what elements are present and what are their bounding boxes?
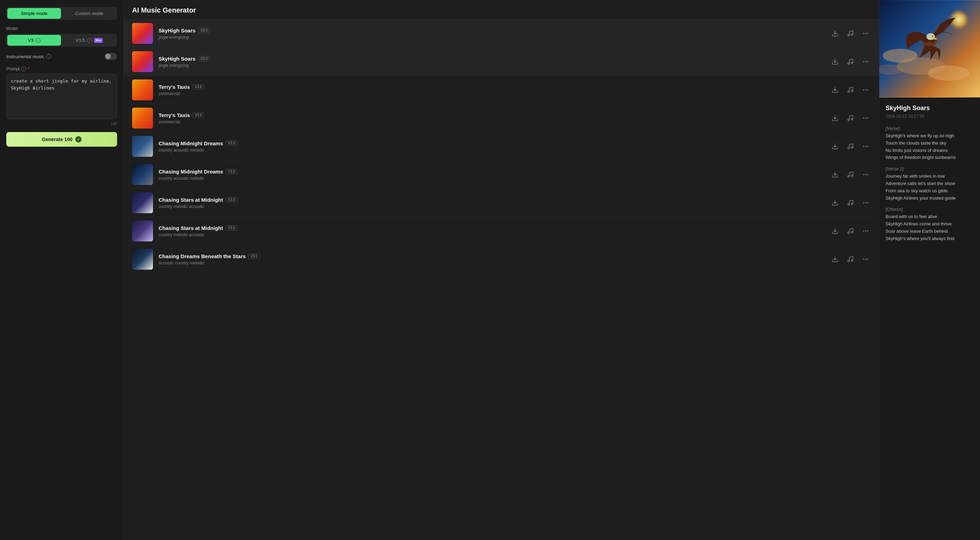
more-options-button[interactable] — [861, 141, 870, 151]
pro-badge: Pro — [94, 38, 103, 43]
svg-point-35 — [867, 174, 868, 175]
version-badge: V3.0 — [226, 141, 237, 146]
more-options-button[interactable] — [861, 254, 870, 264]
version-badge: V3.0 — [226, 197, 237, 202]
model-toggle-group: V3 i V3.5 i Pro — [6, 34, 117, 47]
instrumental-toggle[interactable] — [105, 53, 117, 60]
track-genre: acoustic country melodic — [159, 260, 824, 265]
track-name: Chasing Stars at Midnight — [159, 225, 223, 231]
svg-point-59 — [928, 65, 970, 81]
svg-point-39 — [863, 202, 864, 203]
download-button[interactable] — [830, 198, 840, 208]
version-badge: V3.0 — [226, 169, 237, 174]
track-thumbnail — [132, 192, 153, 213]
model-v3-button[interactable]: V3 i — [7, 35, 61, 46]
sidebar: Simple mode Custom mode Model V3 i V3.5 … — [0, 0, 124, 540]
add-to-playlist-button[interactable] — [845, 29, 855, 38]
track-name: Chasing Dreams Beneath the Stars — [159, 253, 246, 259]
download-icon — [832, 58, 838, 65]
v35-info-icon: i — [87, 38, 92, 43]
track-genre: country melodic acoustic — [159, 232, 824, 237]
v35-label: V3.5 — [76, 38, 85, 43]
track-item[interactable]: Chasing Stars at Midnight V3.0 country m… — [124, 217, 879, 245]
track-name: Terry's Taxis — [159, 112, 190, 118]
custom-mode-button[interactable]: Custom mode — [62, 8, 116, 19]
track-genre: jingle energizing — [159, 63, 824, 68]
add-to-playlist-button[interactable] — [845, 85, 855, 95]
track-name-row: SkyHigh Soars V3.0 — [159, 27, 824, 33]
download-icon — [832, 143, 838, 150]
track-name-row: Chasing Midnight Dreams V3.0 — [159, 140, 824, 146]
more-options-button[interactable] — [861, 170, 870, 179]
svg-point-16 — [865, 89, 866, 90]
more-options-button[interactable] — [861, 85, 870, 95]
svg-point-13 — [848, 91, 850, 93]
svg-point-7 — [848, 63, 850, 64]
lyrics-lines: Board with us to feel alive SkyHigh Airl… — [886, 213, 974, 242]
svg-point-34 — [865, 174, 866, 175]
track-actions — [830, 29, 870, 38]
download-button[interactable] — [830, 141, 840, 151]
track-item[interactable]: SkyHigh Soars V3.0 jingle energizing — [124, 19, 879, 48]
svg-point-52 — [865, 259, 866, 260]
more-options-button[interactable] — [861, 57, 870, 67]
lyrics-block: [Verse 2]Journey far with smiles in tow … — [886, 166, 974, 202]
track-item[interactable]: Chasing Stars at Midnight V3.0 country m… — [124, 189, 879, 217]
more-options-button[interactable] — [861, 113, 870, 123]
track-item[interactable]: Terry's Taxis V3.0 commercial — [124, 104, 879, 132]
track-thumbnail — [132, 221, 153, 241]
more-options-button[interactable] — [861, 226, 870, 236]
more-options-button[interactable] — [861, 198, 870, 208]
album-art-panel — [879, 0, 980, 98]
add-to-playlist-button[interactable] — [845, 226, 855, 236]
download-button[interactable] — [830, 113, 840, 123]
track-item[interactable]: Chasing Midnight Dreams V3.0 country aco… — [124, 160, 879, 189]
page-title: AI Music Generator — [132, 6, 870, 14]
track-thumbnail — [132, 136, 153, 157]
add-to-playlist-button[interactable] — [845, 170, 855, 179]
track-genre: country acoustic melodic — [159, 176, 824, 181]
svg-point-50 — [851, 260, 853, 261]
track-name: Terry's Taxis — [159, 84, 190, 90]
v3-info-icon: i — [35, 38, 40, 43]
svg-point-27 — [863, 146, 864, 147]
add-to-playlist-button[interactable] — [845, 57, 855, 67]
track-item[interactable]: SkyHigh Soars V3.0 jingle energizing — [124, 48, 879, 76]
more-options-button[interactable] — [861, 29, 870, 38]
svg-point-9 — [863, 61, 864, 62]
prompt-textarea[interactable] — [6, 74, 117, 119]
version-badge: V3.0 — [226, 226, 237, 230]
music-add-icon — [847, 58, 854, 65]
download-button[interactable] — [830, 170, 840, 179]
download-button[interactable] — [830, 29, 840, 38]
add-to-playlist-button[interactable] — [845, 198, 855, 208]
right-panel: SkyHigh Soars 2024-10-22 20:17:55 [Verse… — [879, 0, 980, 540]
add-to-playlist-button[interactable] — [845, 254, 855, 264]
add-to-playlist-button[interactable] — [845, 141, 855, 151]
download-button[interactable] — [830, 57, 840, 67]
simple-mode-button[interactable]: Simple mode — [7, 8, 61, 19]
track-name-row: Chasing Dreams Beneath the Stars V3.0 — [159, 253, 824, 259]
lyrics-section: [Verse]SkyHigh's where we fly up so high… — [886, 126, 974, 243]
lyrics-tag: [Chorus] — [886, 206, 974, 212]
download-button[interactable] — [830, 226, 840, 236]
svg-point-26 — [851, 147, 853, 148]
version-badge: V3.0 — [193, 113, 204, 118]
svg-point-61 — [927, 33, 935, 40]
svg-point-14 — [851, 90, 853, 92]
svg-point-37 — [848, 204, 850, 206]
svg-point-4 — [865, 33, 866, 34]
track-item[interactable]: Chasing Midnight Dreams V3.0 country aco… — [124, 132, 879, 160]
track-item[interactable]: Terry's Taxis V3.0 commercial — [124, 76, 879, 104]
download-button[interactable] — [830, 85, 840, 95]
track-thumbnail — [132, 164, 153, 185]
prompt-label: Prompt i * — [6, 66, 117, 72]
model-v35-button[interactable]: V3.5 i Pro — [62, 35, 116, 46]
track-item[interactable]: Chasing Dreams Beneath the Stars V3.0 ac… — [124, 245, 879, 273]
ellipsis-icon — [862, 227, 869, 235]
add-to-playlist-button[interactable] — [845, 113, 855, 123]
download-button[interactable] — [830, 254, 840, 264]
generate-button[interactable]: Generate 100 ✓ — [6, 132, 117, 147]
svg-point-2 — [851, 34, 853, 35]
model-section: Model V3 i V3.5 i Pro — [6, 26, 117, 47]
